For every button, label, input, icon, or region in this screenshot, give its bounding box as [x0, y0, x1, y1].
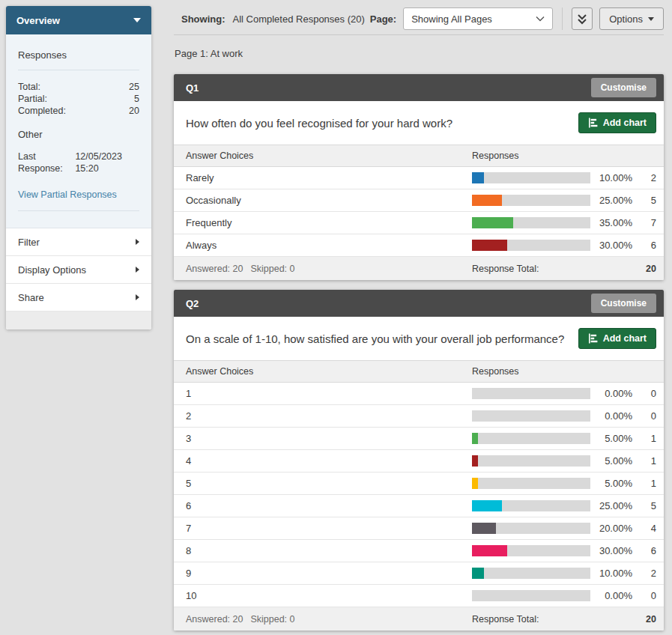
question-panel: Q1 Customise How often do you feel recog…: [174, 74, 664, 280]
table-row: 8 30.00% 6: [174, 540, 664, 562]
answer-percent: 0.00%: [590, 410, 632, 422]
table-row: 6 25.00% 5: [174, 495, 664, 517]
skipped-label: Skipped: 0: [250, 264, 294, 274]
collapse-all-button[interactable]: [572, 7, 593, 30]
page-label: Page:: [370, 13, 396, 25]
question-panel-header: Q1 Customise: [174, 74, 664, 101]
view-partial-responses-link[interactable]: View Partial Responses: [18, 189, 117, 200]
answer-label: Occasionally: [186, 195, 472, 206]
main-content: Showing: All Completed Responses (20) Pa…: [174, 0, 664, 631]
table-row: 4 5.00% 1: [174, 450, 664, 473]
table-row: 2 0.00% 0: [174, 405, 664, 428]
col-answer-choices: Answer Choices: [186, 151, 472, 161]
question-id: Q1: [186, 82, 199, 94]
customise-button[interactable]: Customise: [591, 78, 656, 97]
response-bar-track: [472, 478, 590, 489]
answer-label: 10: [186, 590, 472, 601]
last-response-row: Last Response: 12/05/2023 15:20: [18, 151, 139, 174]
question-row: On a scale of 1-10, how satisfied are yo…: [174, 317, 664, 360]
bar-chart-icon: [588, 333, 598, 344]
sidebar-item-share[interactable]: Share: [6, 284, 151, 312]
table-row: Always 30.00% 6: [174, 234, 664, 257]
question-footer: Answered: 20 Skipped: 0 Response Total: …: [174, 607, 664, 631]
table-row: 5 5.00% 1: [174, 473, 664, 495]
showing-label: Showing:: [181, 13, 225, 25]
response-bar-track: [472, 500, 590, 511]
sidebar-header-label: Overview: [16, 15, 60, 26]
answer-count: 1: [632, 433, 656, 444]
col-responses: Responses: [472, 151, 590, 161]
response-bar-fill: [472, 523, 496, 534]
last-response-value: 12/05/2023 15:20: [75, 151, 139, 174]
answer-percent: 5.00%: [590, 455, 632, 467]
answer-label: 2: [186, 410, 472, 422]
bar-chart-icon: [588, 118, 598, 128]
question-row: How often do you feel recognised for you…: [174, 101, 664, 145]
chevron-down-icon: [536, 16, 545, 22]
divider: [18, 70, 139, 70]
answer-percent: 35.00%: [590, 217, 632, 228]
answer-count: 7: [632, 217, 656, 228]
page-title: Page 1: At work: [175, 48, 664, 59]
stat-total-value: 25: [129, 81, 139, 93]
divider: [174, 34, 664, 35]
answer-label: 4: [186, 455, 472, 467]
skipped-label: Skipped: 0: [250, 614, 294, 625]
page-select[interactable]: Showing All Pages: [403, 7, 553, 30]
sidebar-menu: Filter Display Options Share: [6, 228, 151, 329]
response-bar-track: [472, 240, 590, 251]
toolbar-divider: [562, 7, 563, 30]
answer-percent: 0.00%: [590, 388, 632, 399]
answer-percent: 20.00%: [590, 523, 632, 534]
table-row: Frequently 35.00% 7: [174, 212, 664, 234]
table-row: 7 20.00% 4: [174, 517, 664, 540]
table-row: 1 0.00% 0: [174, 383, 664, 405]
answer-count: 6: [632, 240, 656, 251]
options-button[interactable]: Options: [599, 7, 664, 30]
add-chart-label: Add chart: [603, 333, 647, 344]
question-text: On a scale of 1-10, how satisfied are yo…: [186, 332, 564, 345]
response-bar-fill: [472, 172, 484, 183]
sidebar-header-overview[interactable]: Overview: [6, 6, 151, 34]
table-header: Answer Choices Responses: [174, 360, 664, 383]
chevron-down-icon: [133, 18, 141, 22]
answer-rows: Rarely 10.00% 2 Occasionally 25.00% 5 Fr…: [174, 167, 664, 257]
answer-label: 1: [186, 388, 472, 399]
question-panel-header: Q2 Customise: [174, 290, 664, 317]
add-chart-button[interactable]: Add chart: [578, 112, 656, 133]
question-id: Q2: [186, 298, 199, 309]
stat-completed-value: 20: [129, 105, 139, 117]
responses-section-title: Responses: [18, 49, 139, 61]
options-button-label: Options: [609, 13, 643, 25]
stat-completed: Completed: 20: [18, 105, 139, 117]
response-bar-track: [472, 217, 590, 228]
response-bar-fill: [472, 545, 507, 556]
stat-completed-label: Completed:: [18, 105, 66, 117]
double-chevron-down-icon: [577, 13, 587, 25]
answer-percent: 0.00%: [590, 590, 632, 601]
questions-container: Q1 Customise How often do you feel recog…: [174, 74, 664, 631]
customise-button[interactable]: Customise: [591, 294, 656, 313]
sidebar-item-filter[interactable]: Filter: [6, 228, 151, 256]
stat-partial-label: Partial:: [18, 93, 47, 105]
response-bar-fill: [472, 217, 513, 228]
table-row: 3 5.00% 1: [174, 428, 664, 450]
answer-count: 6: [632, 545, 656, 556]
answer-count: 5: [632, 500, 656, 511]
answer-rows: 1 0.00% 0 2 0.00% 0 3 5.00% 1 4 5.00% 1 …: [174, 383, 664, 607]
question-panel: Q2 Customise On a scale of 1-10, how sat…: [174, 290, 664, 631]
add-chart-label: Add chart: [603, 118, 647, 128]
table-row: 10 0.00% 0: [174, 585, 664, 607]
response-bar-track: [472, 433, 590, 444]
add-chart-button[interactable]: Add chart: [578, 328, 656, 349]
response-bar-track: [472, 388, 590, 399]
answer-label: Rarely: [186, 172, 472, 183]
sidebar-item-display-options[interactable]: Display Options: [6, 256, 151, 284]
response-total-value: 20: [632, 264, 656, 274]
divider: [18, 210, 139, 211]
answer-label: 6: [186, 500, 472, 511]
answer-label: 5: [186, 478, 472, 489]
answer-percent: 5.00%: [590, 478, 632, 489]
answer-count: 1: [632, 455, 656, 467]
response-bar-track: [472, 568, 590, 579]
